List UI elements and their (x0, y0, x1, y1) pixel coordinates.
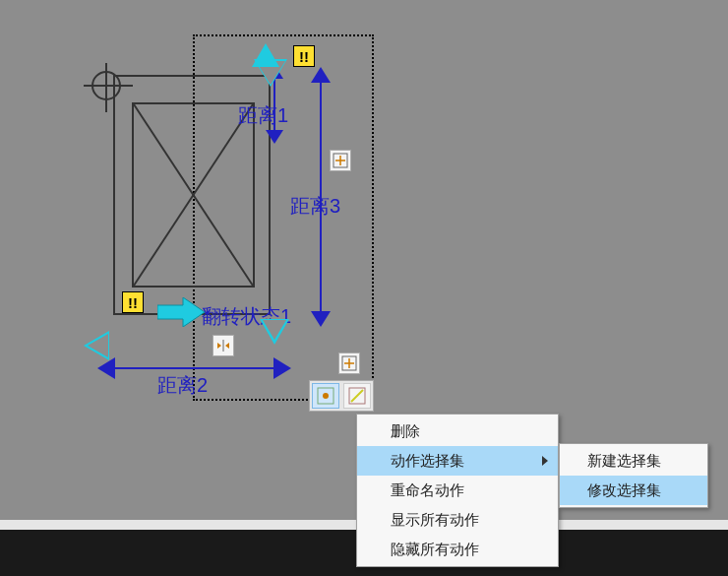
ctx-item-label: 重命名动作 (391, 481, 464, 498)
ctx-item-delete[interactable]: 删除 (357, 416, 558, 446)
flip-action-icon[interactable] (212, 335, 234, 356)
sub-item-modify-selection[interactable]: 修改选择集 (560, 476, 707, 505)
ctx-item-label: 新建选择集 (587, 452, 661, 469)
dim2-line (113, 367, 275, 369)
tool-toggle-pair (309, 380, 374, 412)
ctx-item-action-selection[interactable]: 动作选择集 (357, 446, 558, 476)
tool-button-2[interactable] (343, 383, 371, 409)
context-menu: 删除 动作选择集 重命名动作 显示所有动作 隐藏所有动作 (356, 414, 559, 567)
dim-arrow-left-icon (97, 357, 115, 379)
ctx-item-label: 修改选择集 (587, 481, 661, 498)
dim-arrow-up-icon (311, 67, 331, 83)
distance2-label: 距离2 (157, 372, 208, 399)
context-submenu: 新建选择集 修改选择集 (559, 443, 708, 508)
dim-arrow-down-icon (266, 130, 283, 144)
warning-icon: !! (122, 291, 144, 313)
ctx-item-label: 隐藏所有动作 (391, 541, 479, 557)
ctx-item-label: 删除 (391, 422, 420, 439)
warning-icon: !! (293, 45, 315, 67)
distance1-label: 距离1 (238, 102, 288, 129)
dim-arrow-right-icon (273, 357, 291, 379)
ctx-item-hide-all[interactable]: 隐藏所有动作 (357, 535, 558, 564)
panel-diagonals (134, 104, 253, 286)
sub-item-new-selection[interactable]: 新建选择集 (560, 446, 707, 476)
svg-point-6 (323, 393, 329, 399)
tool-button-1[interactable] (312, 383, 339, 409)
grip-arrow-left-inner (88, 334, 108, 357)
stretch-action-icon[interactable] (338, 352, 360, 374)
grip-arrow-down2-inner (263, 320, 286, 340)
svg-marker-2 (157, 297, 205, 327)
ctx-item-rename[interactable]: 重命名动作 (357, 476, 558, 505)
flip-grip-arrow-icon[interactable] (157, 297, 205, 327)
inner-panel (132, 102, 255, 288)
ctx-item-show-all[interactable]: 显示所有动作 (357, 505, 558, 535)
distance3-label: 距离3 (290, 193, 340, 220)
dim-arrow-down-icon (311, 311, 331, 327)
stretch-action-icon[interactable] (330, 150, 351, 171)
ctx-item-label: 动作选择集 (391, 452, 464, 469)
origin-marker-icon (91, 71, 121, 100)
chevron-right-icon (542, 456, 548, 466)
ctx-item-label: 显示所有动作 (391, 511, 479, 528)
grip-arrow-up-icon[interactable] (252, 43, 279, 67)
